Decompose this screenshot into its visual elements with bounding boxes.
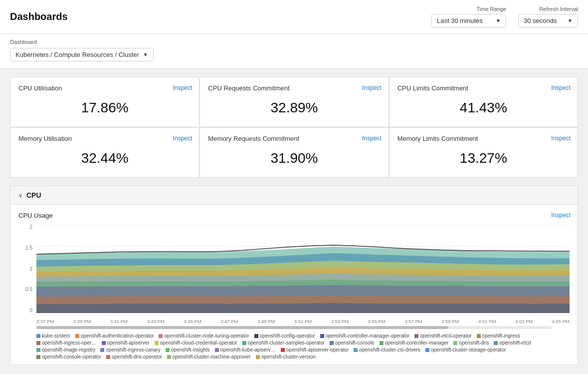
legend-color <box>36 341 40 345</box>
dashboard-select[interactable]: Kubernetes / Compute Resources / Cluster… <box>10 48 154 61</box>
metric-card-cpu-limits: CPU Limits Commitment Inspect 41.43% <box>389 77 578 127</box>
legend-item: openshift-controller-manager-operator <box>320 333 409 339</box>
legend-color <box>166 348 170 352</box>
legend-color <box>36 355 40 359</box>
dashboard-selected-value: Kubernetes / Compute Resources / Cluster <box>15 51 139 58</box>
legend-item: openshift-kube-apiserv… <box>215 347 276 353</box>
legend-color <box>330 341 334 345</box>
chart-scrollbar[interactable] <box>36 326 552 329</box>
main-content: CPU Utilisation Inspect 17.86% CPU Reque… <box>0 69 588 373</box>
legend-item: openshift-apiserver <box>102 340 150 346</box>
inspect-link[interactable]: Inspect <box>551 84 571 91</box>
inspect-link[interactable]: Inspect <box>173 135 193 142</box>
metric-card-cpu-req: CPU Requests Commitment Inspect 32.89% <box>199 77 388 127</box>
metric-title: CPU Requests Commitment <box>208 84 289 92</box>
legend-color <box>242 341 246 345</box>
legend-color <box>167 355 171 359</box>
legend-item: kube-system <box>36 333 70 339</box>
chart-inspect-link[interactable]: Inspect <box>551 212 571 219</box>
cpu-section-title: CPU <box>26 191 41 199</box>
legend-item: openshift-cluster-version <box>256 354 316 360</box>
dashboard-label: Dashboard <box>10 39 578 45</box>
time-range-select[interactable]: Last 30 minutes ▼ <box>431 14 506 27</box>
legend-color <box>102 341 106 345</box>
legend-color <box>494 341 498 345</box>
chart-y-axis: 2 1.5 1 0.5 0 <box>18 224 34 313</box>
refresh-interval-select[interactable]: 30 seconds ▼ <box>518 14 578 27</box>
legend-item: openshift-authentication-operator <box>75 333 154 339</box>
chart-legend: kube-system openshift-authentication-ope… <box>36 333 570 360</box>
legend-color <box>106 355 110 359</box>
chevron-down-icon: ∨ <box>18 192 22 199</box>
metric-title: CPU Limits Commitment <box>397 84 468 92</box>
legend-item: openshift-cluster-node-tuning-operator <box>159 333 249 339</box>
scrollbar-thumb[interactable] <box>36 326 448 329</box>
legend-color <box>159 334 163 338</box>
legend-item: openshift-dns <box>453 340 489 346</box>
time-range-label: Time Range <box>431 6 506 12</box>
legend-color <box>36 334 40 338</box>
legend-item: openshift-cluster-storage-operator <box>425 347 506 353</box>
legend-item: openshift-insights <box>166 347 210 353</box>
legend-color <box>75 334 79 338</box>
legend-color <box>477 334 481 338</box>
metric-value: 41.43% <box>397 100 570 116</box>
legend-item: openshift-cluster-samples-operator <box>242 340 325 346</box>
refresh-interval-label: Refresh Interval <box>518 6 578 12</box>
metric-value: 32.89% <box>208 100 380 116</box>
legend-item: openshift-apiserver-operator <box>281 347 349 353</box>
legend-item: openshift-etcd <box>494 340 531 346</box>
chart-x-axis: 3:37 PM 3:39 PM 3:41 PM 3:43 PM 3:45 PM … <box>36 313 570 324</box>
metric-value: 31.90% <box>208 150 380 166</box>
legend-color <box>354 348 358 352</box>
metric-title: Memory Requests Commitment <box>208 135 299 142</box>
legend-color <box>320 334 324 338</box>
legend-item: openshift-dns-operator <box>106 354 162 360</box>
legend-color <box>256 355 260 359</box>
chevron-down-icon: ▼ <box>568 18 573 23</box>
refresh-interval-value: 30 seconds <box>524 17 557 24</box>
chevron-down-icon: ▼ <box>143 52 148 57</box>
sub-header: Dashboard Kubernetes / Compute Resources… <box>0 34 588 69</box>
legend-color <box>380 341 384 345</box>
legend-color <box>425 348 429 352</box>
legend-color <box>281 348 285 352</box>
cpu-chart-svg <box>36 224 570 313</box>
inspect-link[interactable]: Inspect <box>173 84 193 91</box>
metric-value: 17.86% <box>18 100 191 116</box>
metric-value: 32.44% <box>18 150 191 166</box>
legend-item: openshift-ingress-canary <box>100 347 161 353</box>
metrics-grid: CPU Utilisation Inspect 17.86% CPU Reque… <box>10 77 578 178</box>
chart-area: 2 1.5 1 0.5 0 <box>18 224 570 324</box>
legend-item: openshift-cloud-credential-operator <box>155 340 237 346</box>
time-range-value: Last 30 minutes <box>437 17 483 24</box>
metric-card-mem-util: Memory Utilisation Inspect 32.44% <box>10 127 199 177</box>
legend-color <box>453 341 457 345</box>
legend-color <box>155 341 159 345</box>
metric-title: CPU Utilisation <box>18 84 62 92</box>
inspect-link[interactable]: Inspect <box>362 84 382 91</box>
legend-item: openshift-controller-manager <box>380 340 449 346</box>
legend-item: openshift-console <box>330 340 374 346</box>
metric-value: 13.27% <box>397 150 570 166</box>
legend-item: openshift-ingress-oper… <box>36 340 97 346</box>
legend-item: openshift-cluster-csi-drivers <box>354 347 420 353</box>
chart-svg-container <box>36 224 570 313</box>
page-header: Dashboards Time Range Last 30 minutes ▼ … <box>0 0 588 34</box>
metric-card-cpu-util: CPU Utilisation Inspect 17.86% <box>10 77 199 127</box>
chevron-down-icon: ▼ <box>496 18 501 23</box>
refresh-interval-control: Refresh Interval 30 seconds ▼ <box>518 6 578 27</box>
metric-title: Memory Utilisation <box>18 135 72 142</box>
legend-item: openshift-etcd-operator <box>414 333 471 339</box>
cpu-section-header[interactable]: ∨ CPU <box>10 186 578 204</box>
legend-color <box>254 334 258 338</box>
legend-item: openshift-config-operator <box>254 333 315 339</box>
inspect-link[interactable]: Inspect <box>362 135 382 142</box>
legend-item: openshift-image-registry <box>36 347 95 353</box>
inspect-link[interactable]: Inspect <box>551 135 571 142</box>
legend-color <box>414 334 418 338</box>
legend-item: openshift-ingress <box>477 333 520 339</box>
legend-item: openshift-cluster-machine-approver <box>167 354 251 360</box>
page-title: Dashboards <box>10 11 68 22</box>
legend-color <box>100 348 104 352</box>
